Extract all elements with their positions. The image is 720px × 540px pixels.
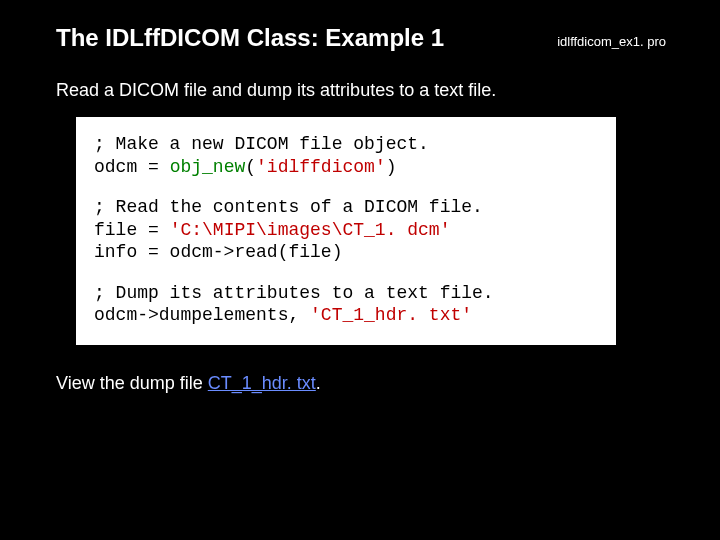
code-section-create: ; Make a new DICOM file object. odcm = o… [94, 133, 598, 178]
header-row: The IDLffDICOM Class: Example 1 idlffdic… [56, 24, 672, 52]
code-line: info = odcm->read(file) [94, 241, 598, 264]
view-dump-prefix: View the dump file [56, 373, 208, 393]
code-text: file = [94, 220, 170, 240]
view-dump-sentence: View the dump file CT_1_hdr. txt. [56, 373, 672, 394]
dump-file-link[interactable]: CT_1_hdr. txt [208, 373, 316, 393]
source-filename: idlffdicom_ex1. pro [557, 34, 666, 49]
code-line: odcm->dumpelements, 'CT_1_hdr. txt' [94, 304, 598, 327]
code-function: obj_new [170, 157, 246, 177]
code-text: ( [245, 157, 256, 177]
code-string: 'CT_1_hdr. txt' [310, 305, 472, 325]
code-comment: ; Make a new DICOM file object. [94, 133, 598, 156]
code-comment: ; Dump its attributes to a text file. [94, 282, 598, 305]
code-string: 'C:\MIPI\images\CT_1. dcm' [170, 220, 451, 240]
code-section-dump: ; Dump its attributes to a text file. od… [94, 282, 598, 327]
code-line: odcm = obj_new('idlffdicom') [94, 156, 598, 179]
view-dump-suffix: . [316, 373, 321, 393]
code-comment: ; Read the contents of a DICOM file. [94, 196, 598, 219]
slide: The IDLffDICOM Class: Example 1 idlffdic… [0, 0, 720, 540]
code-line: file = 'C:\MIPI\images\CT_1. dcm' [94, 219, 598, 242]
code-string: 'idlffdicom' [256, 157, 386, 177]
code-text: ) [386, 157, 397, 177]
slide-title: The IDLffDICOM Class: Example 1 [56, 24, 444, 52]
code-text: odcm->dumpelements, [94, 305, 310, 325]
slide-subtitle: Read a DICOM file and dump its attribute… [56, 80, 672, 101]
code-block: ; Make a new DICOM file object. odcm = o… [76, 117, 616, 345]
code-text: odcm = [94, 157, 170, 177]
code-section-read: ; Read the contents of a DICOM file. fil… [94, 196, 598, 264]
